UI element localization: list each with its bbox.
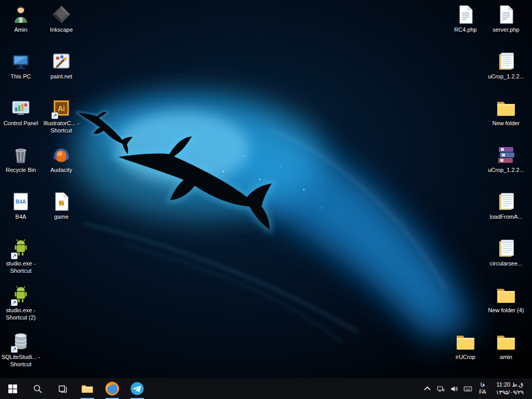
- tray-icons: [420, 378, 474, 399]
- desktop-icon-ucrop-1-2-2[interactable]: uCrop_1.2.2...: [486, 144, 526, 174]
- rar-icon: [496, 144, 516, 165]
- telegram-icon: [130, 382, 144, 395]
- search-button[interactable]: [25, 378, 50, 399]
- android-icon: [10, 285, 31, 305]
- language-indicator[interactable]: فا FA: [474, 378, 490, 399]
- task-view-button[interactable]: [50, 378, 75, 399]
- desktop-icon-label: Recycle Bin: [1, 167, 41, 174]
- desktop-icon-illustratorc-shortcut[interactable]: AiIllustratorC... - Shortcut: [42, 98, 81, 135]
- notepad-icon: [496, 191, 516, 212]
- desktop-icon-studio-exe-shortcut[interactable]: studio.exe - Shortcut: [1, 238, 41, 275]
- desktop-icon-label: IllustratorC... - Shortcut: [42, 120, 81, 135]
- task-view-icon: [58, 384, 68, 394]
- desktop-icon-label: SQLiteStudi... - Shortcut: [1, 354, 41, 368]
- desktop-icon-label: Audacity: [42, 167, 81, 174]
- desktop-icon-label: loadFromA...: [486, 214, 526, 221]
- desktop-icon-label: uCrop_1.2.2...: [486, 167, 526, 174]
- desktop-icon-label: New folder (4): [486, 307, 526, 314]
- chevron-up-icon: [423, 384, 432, 393]
- search-icon: [33, 384, 43, 394]
- notepad-icon: [496, 51, 516, 72]
- desktop-icon-b4a[interactable]: B4AB4A: [1, 191, 41, 221]
- desktop-icon-irucrop[interactable]: irUCrop: [446, 331, 485, 361]
- user-icon: [10, 4, 31, 25]
- desktop-icon-game[interactable]: game: [42, 191, 81, 221]
- control-panel-icon: [10, 98, 31, 118]
- taskbar: فا FA 11:20 ق.ظ ۱۳۹۵/۰۹/۲۹: [0, 378, 532, 399]
- touch-keyboard-icon: [463, 384, 472, 393]
- telegram-button[interactable]: [125, 378, 150, 399]
- game-icon: [51, 191, 72, 212]
- shortcut-arrow-icon: [11, 346, 18, 353]
- desktop-icon-label: server.php: [486, 26, 526, 34]
- start-button[interactable]: [0, 378, 25, 399]
- desktop-icon-sqlitestudi-shortcut[interactable]: SQLiteStudi... - Shortcut: [1, 331, 41, 368]
- language-native-label: فا: [481, 381, 485, 389]
- desktop-icon-label: irUCrop: [446, 354, 485, 361]
- android-icon: [10, 238, 31, 259]
- firefox-button[interactable]: [100, 378, 125, 399]
- file-explorer-button[interactable]: [75, 378, 100, 399]
- desktop-icon-ucrop-1-2-2[interactable]: uCrop_1.2.2...: [486, 51, 526, 81]
- folder-icon: [455, 331, 476, 352]
- svg-text:Ai: Ai: [58, 104, 65, 113]
- system-tray: فا FA 11:20 ق.ظ ۱۳۹۵/۰۹/۲۹: [420, 378, 532, 399]
- windows-desktop: AminInkscapeThis PCpaint.netControl Pane…: [0, 0, 532, 399]
- inkscape-icon: [51, 4, 72, 25]
- folder-icon: [496, 331, 516, 352]
- desktop-icon-label: studio.exe - Shortcut (2): [1, 307, 41, 322]
- desktop-icon-circularsee[interactable]: circularsee...: [486, 238, 526, 268]
- desktop-icon-label: Inkscape: [42, 26, 81, 34]
- network-icon: [436, 384, 445, 393]
- php-icon: [496, 4, 516, 25]
- notepad-icon: [496, 238, 516, 259]
- desktop-icon-label: amin: [486, 354, 526, 361]
- shortcut-arrow-icon: [11, 299, 18, 306]
- sqlite-icon: [10, 331, 31, 352]
- desktop-icon-this-pc[interactable]: This PC: [1, 51, 41, 81]
- desktop-icon-label: New folder: [486, 120, 526, 127]
- tray-touch-keyboard-button[interactable]: [461, 378, 474, 399]
- shortcut-arrow-icon: [51, 112, 58, 119]
- firefox-icon: [105, 381, 119, 396]
- desktop-icon-new-folder[interactable]: New folder: [486, 98, 526, 127]
- desktop-icon-amin[interactable]: amin: [486, 331, 526, 361]
- desktop-icon-server-php[interactable]: server.php: [486, 4, 526, 34]
- desktop-icon-label: RC4.php: [446, 26, 485, 34]
- tray-hidden-icons-button[interactable]: [420, 378, 434, 399]
- php-icon: [455, 4, 476, 25]
- desktop-area[interactable]: AminInkscapeThis PCpaint.netControl Pane…: [0, 0, 532, 378]
- illustrator-icon: Ai: [51, 98, 72, 118]
- desktop-icon-amin[interactable]: Amin: [1, 4, 41, 34]
- desktop-icon-control-panel[interactable]: Control Panel: [1, 98, 41, 127]
- clock-time: 11:20 ق.ظ: [496, 381, 524, 389]
- desktop-icon-studio-exe-shortcut-2[interactable]: studio.exe - Shortcut (2): [1, 285, 41, 322]
- audacity-icon: [51, 144, 72, 165]
- tray-volume-button[interactable]: [447, 378, 461, 399]
- volume-icon: [450, 384, 459, 393]
- windows-logo-icon: [8, 384, 18, 394]
- desktop-icon-new-folder-4[interactable]: New folder (4): [486, 285, 526, 314]
- desktop-icon-label: paint.net: [42, 73, 81, 81]
- clock-date: ۱۳۹۵/۰۹/۲۹: [496, 389, 524, 396]
- tray-network-button[interactable]: [434, 378, 447, 399]
- taskbar-buttons: [0, 378, 150, 399]
- desktop-icon-rc4-php[interactable]: RC4.php: [446, 4, 485, 34]
- desktop-icon-label: Control Panel: [1, 120, 41, 127]
- language-code-label: FA: [479, 389, 486, 396]
- desktop-icon-inkscape[interactable]: Inkscape: [42, 4, 81, 34]
- clock[interactable]: 11:20 ق.ظ ۱۳۹۵/۰۹/۲۹: [491, 378, 529, 399]
- desktop-icon-label: studio.exe - Shortcut: [1, 260, 41, 275]
- svg-text:B4A: B4A: [16, 199, 26, 205]
- recycle-bin-icon: [10, 144, 31, 165]
- desktop-icon-paint-net[interactable]: paint.net: [42, 51, 81, 81]
- desktop-icon-label: This PC: [1, 73, 41, 81]
- paintnet-icon: [51, 51, 72, 72]
- this-pc-icon: [10, 51, 31, 72]
- desktop-icon-audacity[interactable]: Audacity: [42, 144, 81, 174]
- desktop-icon-recycle-bin[interactable]: Recycle Bin: [1, 144, 41, 174]
- desktop-icon-label: Amin: [1, 26, 41, 34]
- folder-icon: [496, 285, 516, 305]
- desktop-icon-label: B4A: [1, 214, 41, 221]
- desktop-icon-loadfroma[interactable]: loadFromA...: [486, 191, 526, 221]
